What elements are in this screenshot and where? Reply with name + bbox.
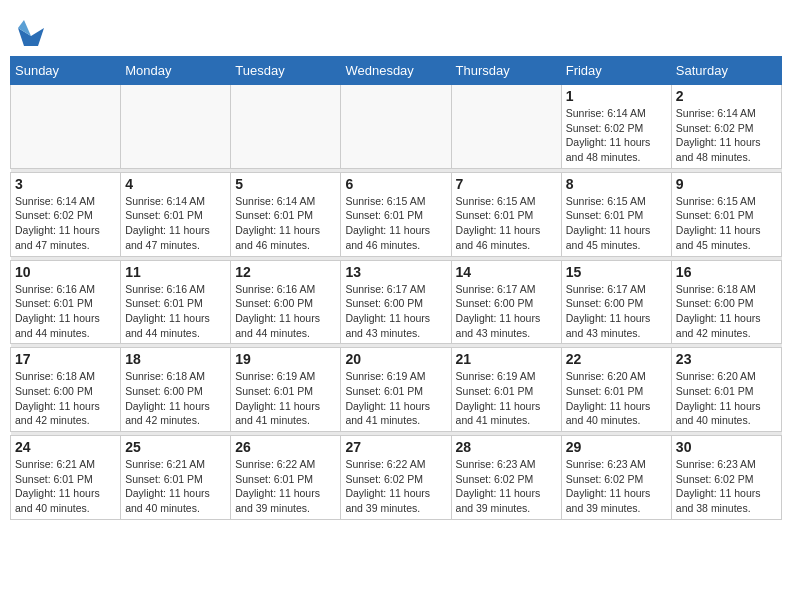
calendar-cell: 22Sunrise: 6:20 AM Sunset: 6:01 PM Dayli… bbox=[561, 348, 671, 432]
calendar-week-3: 10Sunrise: 6:16 AM Sunset: 6:01 PM Dayli… bbox=[11, 260, 782, 344]
calendar-cell: 20Sunrise: 6:19 AM Sunset: 6:01 PM Dayli… bbox=[341, 348, 451, 432]
day-number: 25 bbox=[125, 439, 226, 455]
day-info: Sunrise: 6:23 AM Sunset: 6:02 PM Dayligh… bbox=[676, 457, 777, 516]
calendar-header-monday: Monday bbox=[121, 57, 231, 85]
calendar-cell bbox=[121, 85, 231, 169]
calendar-header-sunday: Sunday bbox=[11, 57, 121, 85]
calendar-cell: 6Sunrise: 6:15 AM Sunset: 6:01 PM Daylig… bbox=[341, 172, 451, 256]
calendar-cell: 16Sunrise: 6:18 AM Sunset: 6:00 PM Dayli… bbox=[671, 260, 781, 344]
page-header bbox=[10, 10, 782, 48]
day-number: 3 bbox=[15, 176, 116, 192]
day-number: 15 bbox=[566, 264, 667, 280]
calendar-cell: 15Sunrise: 6:17 AM Sunset: 6:00 PM Dayli… bbox=[561, 260, 671, 344]
calendar-cell: 2Sunrise: 6:14 AM Sunset: 6:02 PM Daylig… bbox=[671, 85, 781, 169]
day-number: 29 bbox=[566, 439, 667, 455]
calendar-cell: 25Sunrise: 6:21 AM Sunset: 6:01 PM Dayli… bbox=[121, 436, 231, 520]
calendar-cell: 10Sunrise: 6:16 AM Sunset: 6:01 PM Dayli… bbox=[11, 260, 121, 344]
day-info: Sunrise: 6:15 AM Sunset: 6:01 PM Dayligh… bbox=[676, 194, 777, 253]
day-number: 9 bbox=[676, 176, 777, 192]
calendar-header-thursday: Thursday bbox=[451, 57, 561, 85]
day-number: 1 bbox=[566, 88, 667, 104]
day-info: Sunrise: 6:19 AM Sunset: 6:01 PM Dayligh… bbox=[235, 369, 336, 428]
day-number: 10 bbox=[15, 264, 116, 280]
day-number: 13 bbox=[345, 264, 446, 280]
day-number: 30 bbox=[676, 439, 777, 455]
day-number: 23 bbox=[676, 351, 777, 367]
calendar-week-5: 24Sunrise: 6:21 AM Sunset: 6:01 PM Dayli… bbox=[11, 436, 782, 520]
day-info: Sunrise: 6:19 AM Sunset: 6:01 PM Dayligh… bbox=[345, 369, 446, 428]
logo-icon bbox=[16, 18, 46, 48]
day-number: 18 bbox=[125, 351, 226, 367]
day-number: 28 bbox=[456, 439, 557, 455]
day-info: Sunrise: 6:14 AM Sunset: 6:02 PM Dayligh… bbox=[566, 106, 667, 165]
day-number: 24 bbox=[15, 439, 116, 455]
calendar-cell: 8Sunrise: 6:15 AM Sunset: 6:01 PM Daylig… bbox=[561, 172, 671, 256]
calendar-cell: 13Sunrise: 6:17 AM Sunset: 6:00 PM Dayli… bbox=[341, 260, 451, 344]
calendar-header-saturday: Saturday bbox=[671, 57, 781, 85]
svg-marker-0 bbox=[18, 28, 44, 46]
day-info: Sunrise: 6:17 AM Sunset: 6:00 PM Dayligh… bbox=[456, 282, 557, 341]
logo bbox=[14, 18, 46, 48]
day-info: Sunrise: 6:21 AM Sunset: 6:01 PM Dayligh… bbox=[15, 457, 116, 516]
day-number: 20 bbox=[345, 351, 446, 367]
day-info: Sunrise: 6:15 AM Sunset: 6:01 PM Dayligh… bbox=[456, 194, 557, 253]
day-info: Sunrise: 6:18 AM Sunset: 6:00 PM Dayligh… bbox=[676, 282, 777, 341]
calendar-cell: 29Sunrise: 6:23 AM Sunset: 6:02 PM Dayli… bbox=[561, 436, 671, 520]
day-info: Sunrise: 6:18 AM Sunset: 6:00 PM Dayligh… bbox=[15, 369, 116, 428]
day-number: 2 bbox=[676, 88, 777, 104]
day-info: Sunrise: 6:19 AM Sunset: 6:01 PM Dayligh… bbox=[456, 369, 557, 428]
calendar-cell: 24Sunrise: 6:21 AM Sunset: 6:01 PM Dayli… bbox=[11, 436, 121, 520]
calendar-cell: 14Sunrise: 6:17 AM Sunset: 6:00 PM Dayli… bbox=[451, 260, 561, 344]
calendar-header-wednesday: Wednesday bbox=[341, 57, 451, 85]
day-info: Sunrise: 6:21 AM Sunset: 6:01 PM Dayligh… bbox=[125, 457, 226, 516]
calendar-cell bbox=[11, 85, 121, 169]
calendar-cell: 1Sunrise: 6:14 AM Sunset: 6:02 PM Daylig… bbox=[561, 85, 671, 169]
day-info: Sunrise: 6:22 AM Sunset: 6:01 PM Dayligh… bbox=[235, 457, 336, 516]
calendar-cell: 18Sunrise: 6:18 AM Sunset: 6:00 PM Dayli… bbox=[121, 348, 231, 432]
day-info: Sunrise: 6:23 AM Sunset: 6:02 PM Dayligh… bbox=[566, 457, 667, 516]
calendar-header-friday: Friday bbox=[561, 57, 671, 85]
day-number: 22 bbox=[566, 351, 667, 367]
calendar-cell bbox=[231, 85, 341, 169]
calendar-cell: 12Sunrise: 6:16 AM Sunset: 6:00 PM Dayli… bbox=[231, 260, 341, 344]
day-info: Sunrise: 6:20 AM Sunset: 6:01 PM Dayligh… bbox=[566, 369, 667, 428]
day-info: Sunrise: 6:16 AM Sunset: 6:01 PM Dayligh… bbox=[15, 282, 116, 341]
day-number: 7 bbox=[456, 176, 557, 192]
calendar-cell: 11Sunrise: 6:16 AM Sunset: 6:01 PM Dayli… bbox=[121, 260, 231, 344]
calendar-cell: 17Sunrise: 6:18 AM Sunset: 6:00 PM Dayli… bbox=[11, 348, 121, 432]
calendar-cell: 28Sunrise: 6:23 AM Sunset: 6:02 PM Dayli… bbox=[451, 436, 561, 520]
calendar-header-row: SundayMondayTuesdayWednesdayThursdayFrid… bbox=[11, 57, 782, 85]
calendar-cell: 21Sunrise: 6:19 AM Sunset: 6:01 PM Dayli… bbox=[451, 348, 561, 432]
calendar-header-tuesday: Tuesday bbox=[231, 57, 341, 85]
day-info: Sunrise: 6:15 AM Sunset: 6:01 PM Dayligh… bbox=[566, 194, 667, 253]
calendar-cell bbox=[341, 85, 451, 169]
day-info: Sunrise: 6:16 AM Sunset: 6:00 PM Dayligh… bbox=[235, 282, 336, 341]
day-info: Sunrise: 6:18 AM Sunset: 6:00 PM Dayligh… bbox=[125, 369, 226, 428]
day-info: Sunrise: 6:14 AM Sunset: 6:02 PM Dayligh… bbox=[15, 194, 116, 253]
calendar-cell: 27Sunrise: 6:22 AM Sunset: 6:02 PM Dayli… bbox=[341, 436, 451, 520]
calendar-week-1: 1Sunrise: 6:14 AM Sunset: 6:02 PM Daylig… bbox=[11, 85, 782, 169]
day-number: 26 bbox=[235, 439, 336, 455]
day-number: 6 bbox=[345, 176, 446, 192]
day-info: Sunrise: 6:14 AM Sunset: 6:02 PM Dayligh… bbox=[676, 106, 777, 165]
day-number: 5 bbox=[235, 176, 336, 192]
calendar-cell: 9Sunrise: 6:15 AM Sunset: 6:01 PM Daylig… bbox=[671, 172, 781, 256]
calendar-cell: 26Sunrise: 6:22 AM Sunset: 6:01 PM Dayli… bbox=[231, 436, 341, 520]
day-info: Sunrise: 6:16 AM Sunset: 6:01 PM Dayligh… bbox=[125, 282, 226, 341]
day-number: 8 bbox=[566, 176, 667, 192]
calendar: SundayMondayTuesdayWednesdayThursdayFrid… bbox=[10, 56, 782, 520]
day-number: 21 bbox=[456, 351, 557, 367]
day-number: 17 bbox=[15, 351, 116, 367]
calendar-cell bbox=[451, 85, 561, 169]
day-info: Sunrise: 6:17 AM Sunset: 6:00 PM Dayligh… bbox=[345, 282, 446, 341]
calendar-cell: 7Sunrise: 6:15 AM Sunset: 6:01 PM Daylig… bbox=[451, 172, 561, 256]
calendar-week-2: 3Sunrise: 6:14 AM Sunset: 6:02 PM Daylig… bbox=[11, 172, 782, 256]
day-info: Sunrise: 6:15 AM Sunset: 6:01 PM Dayligh… bbox=[345, 194, 446, 253]
day-info: Sunrise: 6:17 AM Sunset: 6:00 PM Dayligh… bbox=[566, 282, 667, 341]
day-info: Sunrise: 6:23 AM Sunset: 6:02 PM Dayligh… bbox=[456, 457, 557, 516]
day-info: Sunrise: 6:22 AM Sunset: 6:02 PM Dayligh… bbox=[345, 457, 446, 516]
calendar-cell: 4Sunrise: 6:14 AM Sunset: 6:01 PM Daylig… bbox=[121, 172, 231, 256]
day-number: 12 bbox=[235, 264, 336, 280]
day-number: 19 bbox=[235, 351, 336, 367]
day-number: 4 bbox=[125, 176, 226, 192]
